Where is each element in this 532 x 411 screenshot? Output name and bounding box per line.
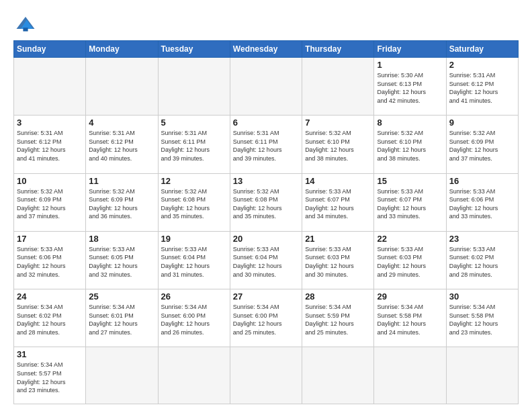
calendar-cell: 27Sunrise: 5:34 AM Sunset: 6:00 PM Dayli…: [230, 289, 302, 347]
day-info: Sunrise: 5:32 AM Sunset: 6:10 PM Dayligh…: [305, 129, 371, 163]
day-info: Sunrise: 5:34 AM Sunset: 5:58 PM Dayligh…: [377, 303, 443, 336]
col-header-wednesday: Wednesday: [230, 41, 302, 58]
calendar-cell: 15Sunrise: 5:33 AM Sunset: 6:07 PM Dayli…: [374, 173, 446, 231]
calendar-cell: [302, 58, 374, 116]
day-number: 18: [89, 234, 154, 244]
day-number: 31: [17, 349, 83, 359]
calendar-cell: 28Sunrise: 5:34 AM Sunset: 5:59 PM Dayli…: [302, 289, 374, 347]
day-info: Sunrise: 5:34 AM Sunset: 6:02 PM Dayligh…: [17, 303, 83, 336]
calendar-cell: 5Sunrise: 5:31 AM Sunset: 6:11 PM Daylig…: [158, 116, 230, 173]
calendar-cell: 3Sunrise: 5:31 AM Sunset: 6:12 PM Daylig…: [14, 116, 86, 173]
day-info: Sunrise: 5:33 AM Sunset: 6:04 PM Dayligh…: [161, 245, 227, 279]
day-info: Sunrise: 5:32 AM Sunset: 6:10 PM Dayligh…: [377, 129, 443, 163]
calendar-cell: 4Sunrise: 5:31 AM Sunset: 6:12 PM Daylig…: [86, 116, 158, 173]
day-info: Sunrise: 5:31 AM Sunset: 6:11 PM Dayligh…: [161, 129, 227, 163]
calendar-cell: 19Sunrise: 5:33 AM Sunset: 6:04 PM Dayli…: [158, 231, 230, 289]
day-info: Sunrise: 5:34 AM Sunset: 6:00 PM Dayligh…: [233, 303, 299, 336]
calendar-cell: [446, 347, 518, 404]
col-header-sunday: Sunday: [14, 41, 86, 58]
day-info: Sunrise: 5:31 AM Sunset: 6:12 PM Dayligh…: [449, 71, 515, 105]
day-number: 17: [17, 234, 83, 244]
calendar-cell: 7Sunrise: 5:32 AM Sunset: 6:10 PM Daylig…: [302, 116, 374, 173]
calendar-row-5: 24Sunrise: 5:34 AM Sunset: 6:02 PM Dayli…: [14, 289, 519, 347]
day-info: Sunrise: 5:34 AM Sunset: 5:59 PM Dayligh…: [305, 303, 371, 336]
calendar-cell: 2Sunrise: 5:31 AM Sunset: 6:12 PM Daylig…: [446, 58, 518, 116]
calendar-cell: [302, 347, 374, 404]
day-number: 4: [89, 118, 154, 128]
calendar-cell: 23Sunrise: 5:33 AM Sunset: 6:02 PM Dayli…: [446, 231, 518, 289]
col-header-monday: Monday: [86, 41, 158, 58]
calendar-row-1: 1Sunrise: 5:30 AM Sunset: 6:13 PM Daylig…: [14, 58, 519, 116]
day-info: Sunrise: 5:34 AM Sunset: 6:01 PM Dayligh…: [89, 303, 154, 336]
day-info: Sunrise: 5:34 AM Sunset: 5:58 PM Dayligh…: [449, 303, 515, 336]
calendar-table: SundayMondayTuesdayWednesdayThursdayFrid…: [13, 40, 519, 404]
day-info: Sunrise: 5:32 AM Sunset: 6:09 PM Dayligh…: [17, 187, 83, 221]
day-number: 19: [161, 234, 227, 244]
calendar-cell: [374, 347, 446, 404]
calendar-cell: 21Sunrise: 5:33 AM Sunset: 6:03 PM Dayli…: [302, 231, 374, 289]
col-header-thursday: Thursday: [302, 41, 374, 58]
calendar-cell: 25Sunrise: 5:34 AM Sunset: 6:01 PM Dayli…: [86, 289, 158, 347]
logo: [13, 11, 42, 35]
day-number: 20: [233, 234, 299, 244]
day-info: Sunrise: 5:32 AM Sunset: 6:08 PM Dayligh…: [161, 187, 227, 221]
col-header-saturday: Saturday: [446, 41, 518, 58]
day-number: 28: [305, 291, 371, 302]
calendar-cell: [230, 58, 302, 116]
calendar-cell: [86, 58, 158, 116]
calendar-cell: [158, 347, 230, 404]
day-info: Sunrise: 5:33 AM Sunset: 6:05 PM Dayligh…: [89, 245, 154, 279]
day-number: 16: [449, 176, 515, 186]
day-info: Sunrise: 5:33 AM Sunset: 6:04 PM Dayligh…: [233, 245, 299, 279]
calendar-row-3: 10Sunrise: 5:32 AM Sunset: 6:09 PM Dayli…: [14, 173, 519, 231]
calendar-cell: 16Sunrise: 5:33 AM Sunset: 6:06 PM Dayli…: [446, 173, 518, 231]
day-number: 25: [89, 291, 154, 302]
day-number: 21: [305, 234, 371, 244]
col-header-friday: Friday: [374, 41, 446, 58]
day-number: 14: [305, 176, 371, 186]
day-info: Sunrise: 5:32 AM Sunset: 6:09 PM Dayligh…: [449, 129, 515, 163]
calendar-cell: [230, 347, 302, 404]
calendar-cell: 11Sunrise: 5:32 AM Sunset: 6:09 PM Dayli…: [86, 173, 158, 231]
day-number: 5: [161, 118, 227, 128]
calendar-cell: 31Sunrise: 5:34 AM Sunset: 5:57 PM Dayli…: [14, 347, 86, 404]
day-number: 12: [161, 176, 227, 186]
col-header-tuesday: Tuesday: [158, 41, 230, 58]
page: SundayMondayTuesdayWednesdayThursdayFrid…: [0, 0, 532, 411]
day-info: Sunrise: 5:31 AM Sunset: 6:12 PM Dayligh…: [17, 129, 83, 163]
calendar-header-row: SundayMondayTuesdayWednesdayThursdayFrid…: [14, 41, 519, 58]
day-info: Sunrise: 5:32 AM Sunset: 6:08 PM Dayligh…: [233, 187, 299, 221]
day-number: 8: [377, 118, 443, 128]
day-info: Sunrise: 5:33 AM Sunset: 6:07 PM Dayligh…: [377, 187, 443, 221]
day-info: Sunrise: 5:30 AM Sunset: 6:13 PM Dayligh…: [377, 71, 443, 105]
day-info: Sunrise: 5:33 AM Sunset: 6:06 PM Dayligh…: [449, 187, 515, 221]
day-info: Sunrise: 5:31 AM Sunset: 6:12 PM Dayligh…: [89, 129, 154, 163]
calendar-cell: [86, 347, 158, 404]
calendar-row-6: 31Sunrise: 5:34 AM Sunset: 5:57 PM Dayli…: [14, 347, 519, 404]
calendar-row-2: 3Sunrise: 5:31 AM Sunset: 6:12 PM Daylig…: [14, 116, 519, 173]
day-info: Sunrise: 5:31 AM Sunset: 6:11 PM Dayligh…: [233, 129, 299, 163]
day-number: 30: [449, 291, 515, 302]
calendar-cell: 8Sunrise: 5:32 AM Sunset: 6:10 PM Daylig…: [374, 116, 446, 173]
day-number: 26: [161, 291, 227, 302]
day-info: Sunrise: 5:33 AM Sunset: 6:03 PM Dayligh…: [377, 245, 443, 279]
day-number: 24: [17, 291, 83, 302]
calendar-cell: 9Sunrise: 5:32 AM Sunset: 6:09 PM Daylig…: [446, 116, 518, 173]
calendar-cell: 6Sunrise: 5:31 AM Sunset: 6:11 PM Daylig…: [230, 116, 302, 173]
calendar-cell: 30Sunrise: 5:34 AM Sunset: 5:58 PM Dayli…: [446, 289, 518, 347]
calendar-cell: [14, 58, 86, 116]
day-number: 13: [233, 176, 299, 186]
day-number: 29: [377, 291, 443, 302]
day-number: 10: [17, 176, 83, 186]
day-info: Sunrise: 5:33 AM Sunset: 6:06 PM Dayligh…: [17, 245, 83, 279]
calendar-cell: 18Sunrise: 5:33 AM Sunset: 6:05 PM Dayli…: [86, 231, 158, 289]
day-number: 3: [17, 118, 83, 128]
day-number: 2: [449, 60, 515, 70]
svg-rect-2: [23, 28, 28, 31]
day-number: 15: [377, 176, 443, 186]
header: [13, 11, 519, 35]
calendar-cell: 20Sunrise: 5:33 AM Sunset: 6:04 PM Dayli…: [230, 231, 302, 289]
day-info: Sunrise: 5:32 AM Sunset: 6:09 PM Dayligh…: [89, 187, 154, 221]
day-info: Sunrise: 5:33 AM Sunset: 6:07 PM Dayligh…: [305, 187, 371, 221]
calendar-cell: 26Sunrise: 5:34 AM Sunset: 6:00 PM Dayli…: [158, 289, 230, 347]
